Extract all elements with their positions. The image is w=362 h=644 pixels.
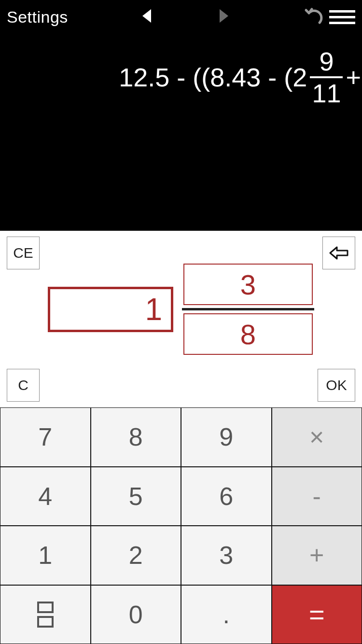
fraction-bar xyxy=(182,308,314,310)
key-multiply[interactable]: × xyxy=(272,407,362,467)
key-2[interactable]: 2 xyxy=(91,526,181,585)
denominator-input[interactable]: 8 xyxy=(183,313,313,355)
expression-head: 12.5 - ((8.43 - (2 xyxy=(119,62,307,92)
undo-button[interactable] xyxy=(303,7,324,27)
navbar: Settings xyxy=(0,0,362,34)
fraction-entry: 1 3 8 xyxy=(0,264,362,355)
arrow-left-icon xyxy=(142,9,151,23)
clear-button[interactable]: C xyxy=(7,369,40,402)
expression-tail: + xyxy=(346,62,361,92)
expression-fraction: 9 11 xyxy=(310,48,343,106)
key-0[interactable]: 0 xyxy=(91,585,181,644)
key-3[interactable]: 3 xyxy=(181,526,272,585)
key-minus[interactable]: - xyxy=(272,467,362,526)
undo-icon xyxy=(303,7,324,27)
key-1[interactable]: 1 xyxy=(0,526,91,585)
key-6[interactable]: 6 xyxy=(181,467,272,526)
keypad: 7 8 9 × 4 5 6 - 1 2 3 + 0 . = xyxy=(0,407,362,644)
whole-number-input[interactable]: 1 xyxy=(48,287,173,332)
expression-numerator: 9 xyxy=(317,48,335,74)
display-area: Settings 12.5 - ((8.43 - (2 9 11 xyxy=(0,0,362,231)
expression-display: 12.5 - ((8.43 - (2 9 11 + xyxy=(0,48,362,106)
fraction-icon xyxy=(37,602,54,628)
menu-button[interactable] xyxy=(329,10,355,24)
nav-next-button[interactable] xyxy=(209,9,238,25)
key-9[interactable]: 9 xyxy=(181,407,272,467)
ok-button[interactable]: OK xyxy=(318,369,355,402)
key-5[interactable]: 5 xyxy=(91,467,181,526)
numerator-input[interactable]: 3 xyxy=(183,264,313,305)
key-decimal[interactable]: . xyxy=(181,585,272,644)
key-equals[interactable]: = xyxy=(272,585,362,644)
nav-prev-button[interactable] xyxy=(132,9,161,25)
input-panel: CE 1 3 8 C OK xyxy=(0,231,362,407)
key-fraction[interactable] xyxy=(0,585,91,644)
menu-icon xyxy=(329,10,355,13)
key-4[interactable]: 4 xyxy=(0,467,91,526)
key-plus[interactable]: + xyxy=(272,526,362,585)
expression-denominator: 11 xyxy=(310,80,343,106)
arrow-right-icon xyxy=(220,9,228,23)
settings-button[interactable]: Settings xyxy=(7,8,68,27)
backspace-icon xyxy=(329,246,348,260)
key-8[interactable]: 8 xyxy=(91,407,181,467)
key-7[interactable]: 7 xyxy=(0,407,91,467)
fraction-part: 3 8 xyxy=(182,264,314,355)
